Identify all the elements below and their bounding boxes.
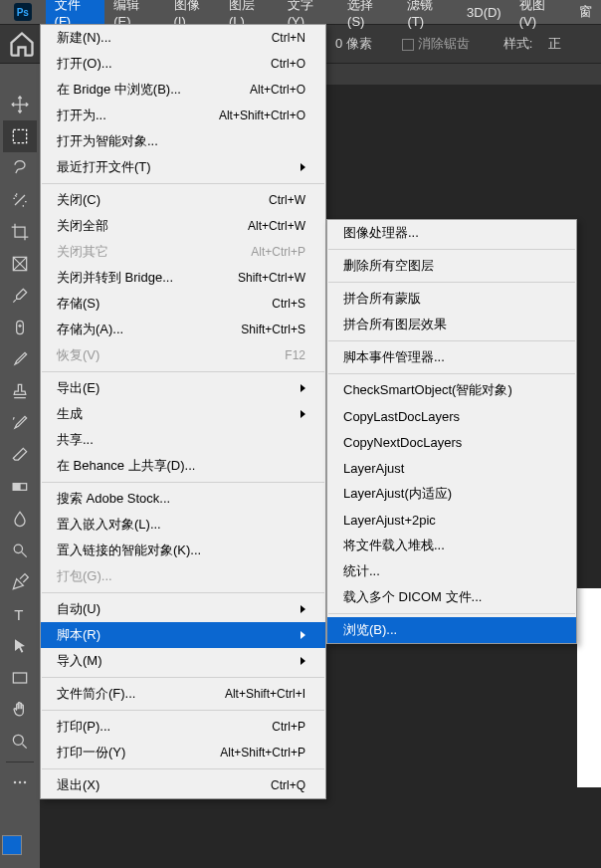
file-menu-item[interactable]: 导入(M): [41, 648, 325, 674]
scripts-menu-item[interactable]: LayerAjust(内适应): [327, 481, 576, 507]
scripts-menu-item[interactable]: CheckSmartObject(智能对象): [327, 377, 576, 403]
scripts-menu-item[interactable]: LayerAjust+2pic: [327, 507, 576, 533]
scripts-menu-item[interactable]: CopyNextDocLayers: [327, 429, 576, 455]
lasso-tool[interactable]: [3, 152, 37, 184]
type-tool[interactable]: T: [3, 598, 37, 630]
file-menu-item-label: 共享...: [57, 431, 305, 449]
edit-toolbar[interactable]: [3, 766, 37, 798]
file-menu-item[interactable]: 共享...: [41, 427, 325, 453]
magic-wand-tool[interactable]: [3, 184, 37, 216]
scripts-submenu: 图像处理器...删除所有空图层拼合所有蒙版拼合所有图层效果脚本事件管理器...C…: [326, 219, 577, 644]
file-menu-item[interactable]: 脚本(R): [41, 622, 325, 648]
file-menu-item[interactable]: 置入链接的智能对象(K)...: [41, 538, 325, 563]
file-menu-item[interactable]: 搜索 Adobe Stock...: [41, 486, 325, 512]
menubar: Ps 文件(F) 编辑(E) 图像(I) 图层(L) 文字(Y) 选择(S) 滤…: [0, 0, 601, 24]
gradient-tool[interactable]: [3, 471, 37, 503]
file-menu-item[interactable]: 生成: [41, 401, 325, 427]
scripts-menu-item[interactable]: 图像处理器...: [327, 220, 576, 246]
scripts-menu-item[interactable]: CopyLastDocLayers: [327, 403, 576, 429]
file-menu-item[interactable]: 在 Bridge 中浏览(B)...Alt+Ctrl+O: [41, 77, 325, 103]
dodge-tool[interactable]: [3, 535, 37, 566]
file-menu-item[interactable]: 打开(O)...Ctrl+O: [41, 51, 325, 77]
menu-filter[interactable]: 滤镜(T): [398, 0, 458, 32]
path-select-tool[interactable]: [3, 630, 37, 662]
file-menu-item[interactable]: 关闭(C)Ctrl+W: [41, 187, 325, 213]
file-menu-shortcut: Ctrl+S: [272, 297, 305, 311]
frame-tool[interactable]: [3, 248, 37, 280]
file-menu-item[interactable]: 打印(P)...Ctrl+P: [41, 714, 325, 740]
scripts-menu-item[interactable]: 统计...: [327, 558, 576, 584]
svg-point-9: [14, 781, 17, 784]
scripts-menu-item[interactable]: 删除所有空图层: [327, 253, 576, 279]
scripts-menu-item[interactable]: LayerAjust: [327, 455, 576, 481]
file-menu-dropdown: 新建(N)...Ctrl+N打开(O)...Ctrl+O在 Bridge 中浏览…: [40, 24, 326, 799]
file-menu-shortcut: Ctrl+N: [272, 31, 305, 45]
file-menu-item[interactable]: 文件简介(F)...Alt+Shift+Ctrl+I: [41, 681, 325, 707]
file-menu-shortcut: Alt+Ctrl+P: [251, 245, 305, 259]
pen-tool[interactable]: [3, 566, 37, 598]
file-menu-item[interactable]: 打开为...Alt+Shift+Ctrl+O: [41, 103, 325, 128]
document-edge: [577, 588, 601, 787]
svg-point-10: [19, 781, 22, 784]
stamp-tool[interactable]: [3, 375, 37, 407]
eyedropper-tool[interactable]: [3, 280, 37, 312]
menu-view[interactable]: 视图(V): [510, 0, 570, 32]
menu-3d[interactable]: 3D(D): [458, 2, 510, 23]
menu-window[interactable]: 窗: [570, 0, 601, 24]
move-tool[interactable]: [3, 89, 37, 120]
file-menu-item-label: 打开(O)...: [57, 55, 271, 73]
scripts-menu-item-label: 统计...: [343, 562, 556, 580]
file-menu-item-label: 恢复(V): [57, 346, 285, 364]
zoom-tool[interactable]: [3, 726, 37, 758]
svg-text:T: T: [14, 606, 23, 623]
style-value[interactable]: 正: [548, 35, 561, 53]
file-menu-item[interactable]: 自动(U): [41, 596, 325, 622]
scripts-menu-item-label: LayerAjust+2pic: [343, 513, 556, 528]
brush-tool[interactable]: [3, 343, 37, 375]
marquee-tool[interactable]: [3, 120, 37, 152]
blur-tool[interactable]: [3, 503, 37, 535]
file-menu-item[interactable]: 关闭并转到 Bridge...Shift+Ctrl+W: [41, 265, 325, 291]
hand-tool[interactable]: [3, 694, 37, 726]
file-menu-item[interactable]: 在 Behance 上共享(D)...: [41, 453, 325, 479]
scripts-menu-item-label: 载入多个 DICOM 文件...: [343, 588, 556, 606]
scripts-menu-item[interactable]: 载入多个 DICOM 文件...: [327, 584, 576, 610]
home-icon[interactable]: [8, 30, 36, 58]
scripts-menu-item-label: 删除所有空图层: [343, 257, 556, 275]
eraser-tool[interactable]: [3, 439, 37, 471]
file-menu-item[interactable]: 存储为(A)...Shift+Ctrl+S: [41, 317, 325, 342]
history-brush-tool[interactable]: [3, 407, 37, 439]
file-menu-item[interactable]: 导出(E): [41, 375, 325, 401]
scripts-menu-item-label: LayerAjust: [343, 461, 556, 476]
file-menu-item: 打包(G)...: [41, 563, 325, 589]
scripts-menu-item-label: 脚本事件管理器...: [343, 348, 556, 366]
file-menu-shortcut: Ctrl+Q: [271, 778, 305, 792]
file-menu-item[interactable]: 退出(X)Ctrl+Q: [41, 772, 325, 798]
healing-tool[interactable]: [3, 312, 37, 343]
file-menu-item[interactable]: 关闭全部Alt+Ctrl+W: [41, 213, 325, 239]
foreground-color[interactable]: [2, 835, 22, 855]
rectangle-tool[interactable]: [3, 662, 37, 694]
antialias-option[interactable]: 消除锯齿: [402, 35, 470, 53]
file-menu-item[interactable]: 最近打开文件(T): [41, 154, 325, 180]
file-menu-shortcut: Alt+Ctrl+W: [248, 219, 305, 233]
scripts-menu-item[interactable]: 将文件载入堆栈...: [327, 533, 576, 558]
scripts-menu-item[interactable]: 拼合所有蒙版: [327, 286, 576, 312]
scripts-menu-item[interactable]: 脚本事件管理器...: [327, 344, 576, 370]
file-menu-item[interactable]: 存储(S)Ctrl+S: [41, 291, 325, 317]
file-menu-separator: [42, 592, 324, 593]
scripts-menu-item[interactable]: 浏览(B)...: [327, 617, 576, 643]
color-swatches[interactable]: [2, 835, 38, 865]
menu-select[interactable]: 选择(S): [338, 0, 398, 32]
file-menu-item[interactable]: 打开为智能对象...: [41, 128, 325, 154]
file-menu-item-label: 打开为智能对象...: [57, 132, 305, 150]
file-menu-separator: [42, 710, 324, 711]
file-menu-item[interactable]: 打印一份(Y)Alt+Shift+Ctrl+P: [41, 740, 325, 765]
checkbox-icon[interactable]: [402, 39, 414, 51]
file-menu-item-label: 存储为(A)...: [57, 321, 241, 338]
crop-tool[interactable]: [3, 216, 37, 248]
scripts-menu-item-label: CopyLastDocLayers: [343, 409, 556, 424]
scripts-menu-item[interactable]: 拼合所有图层效果: [327, 312, 576, 337]
file-menu-item[interactable]: 新建(N)...Ctrl+N: [41, 25, 325, 51]
file-menu-item[interactable]: 置入嵌入对象(L)...: [41, 512, 325, 538]
